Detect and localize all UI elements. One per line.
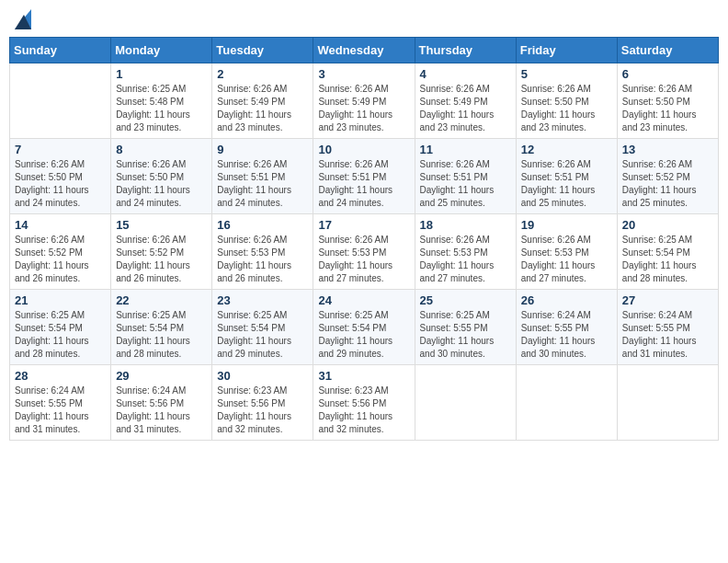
day-info: Sunrise: 6:24 AM Sunset: 5:56 PM Dayligh… <box>116 385 207 436</box>
page-header <box>9 9 719 29</box>
day-info: Sunrise: 6:25 AM Sunset: 5:54 PM Dayligh… <box>217 309 308 361</box>
day-number: 4 <box>420 67 511 81</box>
day-info: Sunrise: 6:26 AM Sunset: 5:49 PM Dayligh… <box>420 83 511 134</box>
day-number: 15 <box>116 218 207 232</box>
day-info: Sunrise: 6:25 AM Sunset: 5:54 PM Dayligh… <box>318 309 409 361</box>
calendar-cell: 24Sunrise: 6:25 AM Sunset: 5:54 PM Dayli… <box>313 290 415 365</box>
day-number: 18 <box>420 218 511 232</box>
calendar-cell: 26Sunrise: 6:24 AM Sunset: 5:55 PM Dayli… <box>516 290 617 365</box>
calendar-cell: 25Sunrise: 6:25 AM Sunset: 5:55 PM Dayli… <box>415 290 516 365</box>
day-info: Sunrise: 6:26 AM Sunset: 5:50 PM Dayligh… <box>521 83 612 134</box>
day-info: Sunrise: 6:24 AM Sunset: 5:55 PM Dayligh… <box>521 309 612 361</box>
day-number: 27 <box>622 293 713 307</box>
day-info: Sunrise: 6:26 AM Sunset: 5:51 PM Dayligh… <box>521 158 612 210</box>
day-number: 19 <box>521 218 612 232</box>
day-number: 24 <box>318 293 409 307</box>
calendar-cell: 12Sunrise: 6:26 AM Sunset: 5:51 PM Dayli… <box>516 139 617 214</box>
calendar-cell: 10Sunrise: 6:26 AM Sunset: 5:51 PM Dayli… <box>313 139 415 214</box>
calendar-cell: 6Sunrise: 6:26 AM Sunset: 5:50 PM Daylig… <box>617 63 718 139</box>
day-info: Sunrise: 6:25 AM Sunset: 5:48 PM Dayligh… <box>116 83 207 134</box>
calendar-cell: 8Sunrise: 6:26 AM Sunset: 5:50 PM Daylig… <box>111 139 212 214</box>
calendar-cell: 9Sunrise: 6:26 AM Sunset: 5:51 PM Daylig… <box>212 139 313 214</box>
day-info: Sunrise: 6:23 AM Sunset: 5:56 PM Dayligh… <box>217 385 308 436</box>
calendar-cell: 15Sunrise: 6:26 AM Sunset: 5:52 PM Dayli… <box>111 214 212 290</box>
day-number: 16 <box>217 218 308 232</box>
logo <box>14 9 32 29</box>
day-number: 29 <box>116 369 207 383</box>
logo-icon <box>15 9 31 29</box>
day-info: Sunrise: 6:26 AM Sunset: 5:53 PM Dayligh… <box>420 234 511 285</box>
calendar-cell: 31Sunrise: 6:23 AM Sunset: 5:56 PM Dayli… <box>313 365 415 441</box>
day-info: Sunrise: 6:23 AM Sunset: 5:56 PM Dayligh… <box>318 385 409 436</box>
day-info: Sunrise: 6:25 AM Sunset: 5:54 PM Dayligh… <box>15 309 106 361</box>
day-number: 23 <box>217 293 308 307</box>
day-info: Sunrise: 6:25 AM Sunset: 5:54 PM Dayligh… <box>622 234 713 285</box>
day-number: 11 <box>420 143 511 156</box>
calendar-week-row: 14Sunrise: 6:26 AM Sunset: 5:52 PM Dayli… <box>10 214 719 290</box>
day-number: 17 <box>318 218 409 232</box>
day-info: Sunrise: 6:25 AM Sunset: 5:54 PM Dayligh… <box>116 309 207 361</box>
day-number: 31 <box>318 369 409 383</box>
calendar-cell: 1Sunrise: 6:25 AM Sunset: 5:48 PM Daylig… <box>111 63 212 139</box>
day-info: Sunrise: 6:26 AM Sunset: 5:50 PM Dayligh… <box>116 158 207 210</box>
day-number: 20 <box>622 218 713 232</box>
day-number: 7 <box>15 143 106 156</box>
calendar-cell: 19Sunrise: 6:26 AM Sunset: 5:53 PM Dayli… <box>516 214 617 290</box>
day-number: 9 <box>217 143 308 156</box>
calendar-week-row: 7Sunrise: 6:26 AM Sunset: 5:50 PM Daylig… <box>10 139 719 214</box>
day-info: Sunrise: 6:26 AM Sunset: 5:52 PM Dayligh… <box>116 234 207 285</box>
day-number: 13 <box>622 143 713 156</box>
weekday-header: Monday <box>111 38 212 63</box>
calendar-cell: 13Sunrise: 6:26 AM Sunset: 5:52 PM Dayli… <box>617 139 718 214</box>
day-number: 22 <box>116 293 207 307</box>
day-info: Sunrise: 6:26 AM Sunset: 5:50 PM Dayligh… <box>15 158 106 210</box>
day-info: Sunrise: 6:26 AM Sunset: 5:53 PM Dayligh… <box>318 234 409 285</box>
day-info: Sunrise: 6:26 AM Sunset: 5:51 PM Dayligh… <box>318 158 409 210</box>
day-number: 3 <box>318 67 409 81</box>
calendar-cell: 7Sunrise: 6:26 AM Sunset: 5:50 PM Daylig… <box>10 139 111 214</box>
day-number: 25 <box>420 293 511 307</box>
weekday-header: Friday <box>516 38 617 63</box>
day-info: Sunrise: 6:24 AM Sunset: 5:55 PM Dayligh… <box>15 385 106 436</box>
calendar-cell: 4Sunrise: 6:26 AM Sunset: 5:49 PM Daylig… <box>415 63 516 139</box>
calendar-cell: 21Sunrise: 6:25 AM Sunset: 5:54 PM Dayli… <box>10 290 111 365</box>
day-info: Sunrise: 6:24 AM Sunset: 5:55 PM Dayligh… <box>622 309 713 361</box>
weekday-header-row: SundayMondayTuesdayWednesdayThursdayFrid… <box>10 38 719 63</box>
day-info: Sunrise: 6:26 AM Sunset: 5:49 PM Dayligh… <box>217 83 308 134</box>
weekday-header: Sunday <box>10 38 111 63</box>
calendar-cell: 2Sunrise: 6:26 AM Sunset: 5:49 PM Daylig… <box>212 63 313 139</box>
day-info: Sunrise: 6:26 AM Sunset: 5:53 PM Dayligh… <box>521 234 612 285</box>
day-info: Sunrise: 6:26 AM Sunset: 5:51 PM Dayligh… <box>217 158 308 210</box>
calendar-week-row: 1Sunrise: 6:25 AM Sunset: 5:48 PM Daylig… <box>10 63 719 139</box>
day-number: 8 <box>116 143 207 156</box>
weekday-header: Thursday <box>415 38 516 63</box>
calendar-cell: 29Sunrise: 6:24 AM Sunset: 5:56 PM Dayli… <box>111 365 212 441</box>
calendar-cell: 23Sunrise: 6:25 AM Sunset: 5:54 PM Dayli… <box>212 290 313 365</box>
day-info: Sunrise: 6:26 AM Sunset: 5:52 PM Dayligh… <box>622 158 713 210</box>
calendar-cell: 11Sunrise: 6:26 AM Sunset: 5:51 PM Dayli… <box>415 139 516 214</box>
day-number: 21 <box>15 293 106 307</box>
day-number: 28 <box>15 369 106 383</box>
day-info: Sunrise: 6:26 AM Sunset: 5:53 PM Dayligh… <box>217 234 308 285</box>
calendar-cell: 20Sunrise: 6:25 AM Sunset: 5:54 PM Dayli… <box>617 214 718 290</box>
calendar-cell: 30Sunrise: 6:23 AM Sunset: 5:56 PM Dayli… <box>212 365 313 441</box>
day-number: 1 <box>116 67 207 81</box>
day-info: Sunrise: 6:25 AM Sunset: 5:55 PM Dayligh… <box>420 309 511 361</box>
calendar-cell: 16Sunrise: 6:26 AM Sunset: 5:53 PM Dayli… <box>212 214 313 290</box>
weekday-header: Saturday <box>617 38 718 63</box>
day-number: 12 <box>521 143 612 156</box>
calendar-week-row: 21Sunrise: 6:25 AM Sunset: 5:54 PM Dayli… <box>10 290 719 365</box>
calendar-cell <box>10 63 111 139</box>
day-number: 14 <box>15 218 106 232</box>
day-info: Sunrise: 6:26 AM Sunset: 5:49 PM Dayligh… <box>318 83 409 134</box>
calendar-cell <box>516 365 617 441</box>
day-number: 10 <box>318 143 409 156</box>
calendar-cell: 17Sunrise: 6:26 AM Sunset: 5:53 PM Dayli… <box>313 214 415 290</box>
day-info: Sunrise: 6:26 AM Sunset: 5:50 PM Dayligh… <box>622 83 713 134</box>
calendar-table: SundayMondayTuesdayWednesdayThursdayFrid… <box>9 37 719 441</box>
calendar-cell: 5Sunrise: 6:26 AM Sunset: 5:50 PM Daylig… <box>516 63 617 139</box>
calendar-cell: 3Sunrise: 6:26 AM Sunset: 5:49 PM Daylig… <box>313 63 415 139</box>
day-info: Sunrise: 6:26 AM Sunset: 5:51 PM Dayligh… <box>420 158 511 210</box>
weekday-header: Wednesday <box>313 38 415 63</box>
day-number: 2 <box>217 67 308 81</box>
